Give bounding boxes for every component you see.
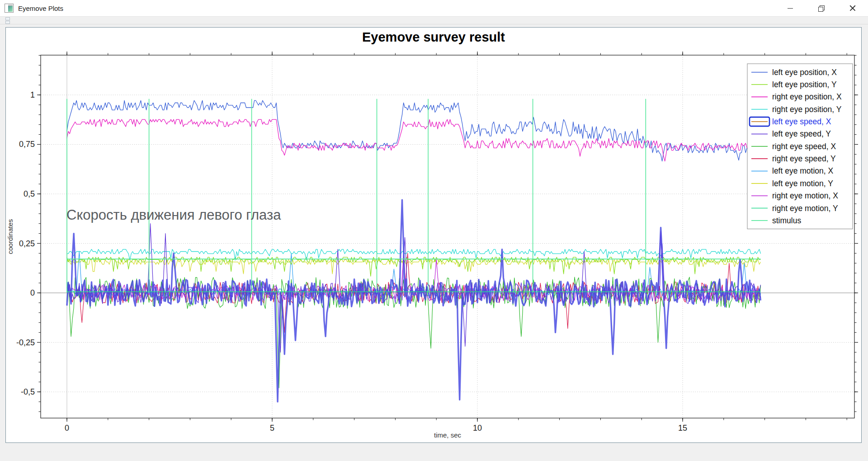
legend-label: left eye speed, X [772, 117, 831, 126]
legend-label: right eye position, Y [772, 105, 842, 114]
legend-label: right eye speed, Y [772, 154, 836, 163]
y-axis-title: coordinates [6, 219, 14, 254]
legend-label: left eye motion, Y [772, 179, 833, 188]
close-button[interactable] [837, 0, 868, 16]
y-tick-label: 0,25 [19, 239, 35, 248]
app-window: { "window": { "title": "Eyemove Plots", … [0, 0, 868, 461]
app-icon [5, 4, 14, 13]
window-title: Eyemove Plots [18, 5, 63, 12]
legend-label: left eye position, X [772, 68, 837, 77]
x-tick-label: 15 [678, 423, 687, 433]
legend-label: right eye motion, Y [772, 204, 838, 213]
series-line-right-eye-position-x[interactable] [67, 119, 761, 161]
legend-label: left eye position, Y [772, 80, 837, 89]
series-line-left-eye-position-y[interactable] [67, 257, 761, 276]
annotation-left-eye-speed: Скорость движения левого глаза [66, 207, 281, 223]
legend-label: right eye speed, X [772, 142, 836, 151]
series-line-left-eye-speed-x[interactable] [67, 200, 761, 402]
restore-button[interactable] [806, 0, 837, 16]
restore-icon [818, 5, 824, 11]
y-tick-label: 0,5 [24, 189, 35, 198]
toolbar-grip[interactable] [5, 17, 10, 23]
y-tick-label: -0,25 [16, 338, 35, 347]
x-tick-label: 5 [270, 423, 274, 433]
legend-label: left eye speed, Y [772, 129, 831, 138]
title-bar: Eyemove Plots [0, 0, 868, 17]
toolbar-strip [0, 17, 868, 24]
caption-buttons [774, 0, 868, 16]
chart-title: Eyemove survey result [5, 30, 862, 45]
y-tick-label: 1 [30, 90, 35, 99]
x-axis-title: time, sec [434, 431, 462, 439]
close-icon [849, 5, 856, 11]
chart-canvas: 05101510,750,50,250-0,25-0,5time, seccoo… [0, 0, 868, 461]
y-tick-label: 0 [30, 288, 35, 297]
y-tick-label: -0,5 [21, 387, 35, 396]
minimize-icon [788, 8, 793, 9]
minimize-button[interactable] [774, 0, 806, 16]
legend-label: right eye position, X [772, 92, 842, 101]
series-line-right-eye-position-y[interactable] [67, 249, 761, 260]
legend-label: right eye motion, X [772, 191, 838, 200]
x-tick-label: 0 [65, 423, 69, 433]
series-line-left-eye-position-x[interactable] [67, 100, 761, 161]
y-tick-label: 0,75 [19, 140, 35, 149]
legend-label: stimulus [772, 216, 801, 225]
x-tick-label: 10 [473, 423, 482, 433]
legend-label: left eye motion, X [772, 166, 834, 175]
